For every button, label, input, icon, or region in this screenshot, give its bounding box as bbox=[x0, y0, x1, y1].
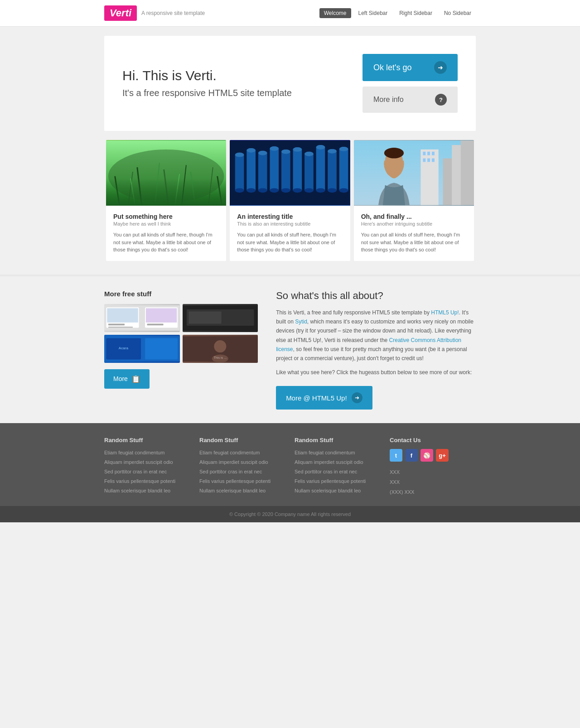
thumbnail-2: something cool bbox=[183, 304, 258, 332]
nav-no-sidebar[interactable]: No Sidebar bbox=[440, 8, 476, 18]
footer-link[interactable]: Etiam feugiat condimentum bbox=[295, 450, 355, 455]
svg-rect-71 bbox=[108, 323, 125, 325]
footer-col-3-heading: Random Stuff bbox=[295, 437, 381, 444]
card-3-subtitle: Here's another intriguing subtitle bbox=[361, 221, 467, 227]
footer-col-contact: Contact Us t f ⚾ g+ XXX XXX (XXX) XXX bbox=[390, 437, 476, 497]
svg-text:Acara: Acara bbox=[119, 346, 129, 350]
list-item: Sed porttitor cras in erat nec bbox=[199, 468, 285, 475]
hero-section: Hi. This is Verti. It's a free responsiv… bbox=[104, 36, 476, 131]
card-3-image bbox=[354, 140, 474, 206]
footer-link[interactable]: Felis varius pellentesque potenti bbox=[295, 478, 366, 484]
free-stuff-heading: More free stuff bbox=[104, 290, 258, 298]
footer-link[interactable]: Etiam feugiat condimentum bbox=[104, 450, 164, 455]
phone-1: XXX bbox=[390, 467, 476, 477]
svg-rect-65 bbox=[461, 140, 474, 205]
twitter-icon[interactable]: t bbox=[390, 449, 402, 462]
list-item: Sed porttitor cras in erat nec bbox=[104, 468, 190, 475]
about-para2: Like what you see here? Click the hugeas… bbox=[276, 368, 476, 377]
svg-line-10 bbox=[218, 176, 222, 205]
nav-welcome[interactable]: Welcome bbox=[319, 8, 351, 18]
list-item: Aliquam imperdiet suscipit odio bbox=[295, 458, 381, 465]
card-2-body: You can put all kinds of stuff here, tho… bbox=[237, 231, 343, 254]
footer-col-3: Random Stuff Etiam feugiat condimentum A… bbox=[295, 437, 381, 497]
logo[interactable]: Verti bbox=[104, 5, 137, 21]
more-info-button[interactable]: More info ? bbox=[362, 87, 458, 113]
facebook-icon[interactable]: f bbox=[405, 449, 418, 462]
footer-link[interactable]: Etiam feugiat condimentum bbox=[199, 450, 260, 455]
footer-link[interactable]: Nullam scelerisque blandit leo bbox=[199, 488, 266, 493]
card-1-image bbox=[106, 140, 226, 206]
footer: Random Stuff Etiam feugiat condimentum A… bbox=[0, 423, 580, 506]
svg-rect-54 bbox=[230, 140, 350, 205]
list-item: Etiam feugiat condimentum bbox=[295, 449, 381, 456]
phone-2: XXX bbox=[390, 477, 476, 487]
about-section: So what's this all about? This is Verti,… bbox=[276, 290, 476, 410]
grid-link[interactable]: Sytid bbox=[295, 318, 307, 325]
gplus-icon[interactable]: g+ bbox=[436, 449, 449, 462]
svg-rect-79 bbox=[188, 311, 221, 323]
footer-link[interactable]: Sed porttitor cras in erat nec bbox=[295, 469, 357, 474]
nav-left-sidebar[interactable]: Left Sidebar bbox=[354, 8, 392, 18]
list-item: Etiam feugiat condimentum bbox=[104, 449, 190, 456]
card-3-content: Oh, and finally ... Here's another intri… bbox=[354, 206, 474, 261]
footer-col-1-heading: Random Stuff bbox=[104, 437, 190, 444]
svg-line-11 bbox=[130, 178, 135, 205]
footer-link[interactable]: Sed porttitor cras in erat nec bbox=[199, 469, 262, 474]
thumbnail-1 bbox=[104, 304, 180, 332]
list-item: Aliquam imperdiet suscipit odio bbox=[104, 458, 190, 465]
svg-rect-62 bbox=[432, 159, 435, 162]
cc-link[interactable]: Creative Commons Attribution license bbox=[276, 337, 461, 352]
more-button[interactable]: More 📋 bbox=[104, 369, 150, 389]
hero-subheading: It's a free responsive HTML5 site templa… bbox=[122, 87, 292, 99]
list-item: Felis varius pellentesque potenti bbox=[104, 477, 190, 484]
copy-icon: 📋 bbox=[131, 375, 140, 383]
footer-link[interactable]: Aliquam imperdiet suscipit odio bbox=[199, 459, 268, 465]
svg-point-1 bbox=[108, 149, 224, 203]
svg-rect-58 bbox=[427, 152, 430, 155]
card-2-title: An interesting title bbox=[237, 213, 343, 220]
hero-buttons: Ok let's go ➜ More info ? bbox=[362, 54, 458, 113]
svg-rect-72 bbox=[108, 326, 133, 328]
svg-point-85 bbox=[214, 340, 226, 352]
svg-rect-57 bbox=[423, 152, 425, 155]
thumb-grid: something cool Acara This is bbox=[104, 304, 258, 363]
card-1-title: Put something here bbox=[113, 213, 219, 220]
thumbnail-4: This is ... bbox=[183, 335, 258, 363]
footer-link[interactable]: Aliquam imperdiet suscipit odio bbox=[295, 459, 363, 465]
html5up-button[interactable]: More @ HTML5 Up! ➜ bbox=[276, 386, 372, 410]
html5up-link[interactable]: HTML5 Up! bbox=[431, 309, 459, 316]
svg-line-2 bbox=[115, 176, 120, 205]
footer-col-2-links: Etiam feugiat condimentum Aliquam imperd… bbox=[199, 449, 285, 494]
footer-link[interactable]: Nullam scelerisque blandit leo bbox=[104, 488, 170, 493]
list-item: Nullam scelerisque blandit leo bbox=[104, 487, 190, 494]
svg-point-67 bbox=[384, 148, 403, 159]
svg-rect-56 bbox=[420, 149, 438, 205]
hero-heading: Hi. This is Verti. bbox=[122, 68, 292, 83]
nav-right-sidebar[interactable]: Right Sidebar bbox=[395, 8, 437, 18]
logo-area: Verti A responsive site template bbox=[104, 5, 205, 21]
social-icons: t f ⚾ g+ bbox=[390, 449, 476, 462]
footer-col-1: Random Stuff Etiam feugiat condimentum A… bbox=[104, 437, 190, 497]
thumbnail-3: Acara bbox=[104, 335, 180, 363]
card-2: An interesting title This is also an int… bbox=[230, 140, 350, 261]
cards-section: Put something here Maybe here as well I … bbox=[104, 140, 476, 261]
ok-lets-go-button[interactable]: Ok let's go ➜ bbox=[362, 54, 458, 81]
footer-link[interactable]: Felis varius pellentesque potenti bbox=[104, 478, 175, 484]
footer-link[interactable]: Felis varius pellentesque potenti bbox=[199, 478, 271, 484]
svg-rect-61 bbox=[427, 159, 430, 162]
dribbble-icon[interactable]: ⚾ bbox=[420, 449, 433, 462]
footer-link[interactable]: Nullam scelerisque blandit leo bbox=[295, 488, 361, 493]
card-2-image bbox=[230, 140, 350, 206]
footer-link[interactable]: Sed porttitor cras in erat nec bbox=[104, 469, 167, 474]
footer-link[interactable]: Aliquam imperdiet suscipit odio bbox=[104, 459, 173, 465]
svg-line-12 bbox=[175, 174, 179, 205]
card-3-title: Oh, and finally ... bbox=[361, 213, 467, 220]
free-stuff-section: More free stuff something cool bbox=[104, 290, 258, 410]
svg-rect-70 bbox=[107, 308, 138, 323]
list-item: Aliquam imperdiet suscipit odio bbox=[199, 458, 285, 465]
list-item: Felis varius pellentesque potenti bbox=[199, 477, 285, 484]
list-item: Nullam scelerisque blandit leo bbox=[295, 487, 381, 494]
list-item: Felis varius pellentesque potenti bbox=[295, 477, 381, 484]
card-1-content: Put something here Maybe here as well I … bbox=[106, 206, 226, 261]
hero-text: Hi. This is Verti. It's a free responsiv… bbox=[122, 68, 292, 99]
